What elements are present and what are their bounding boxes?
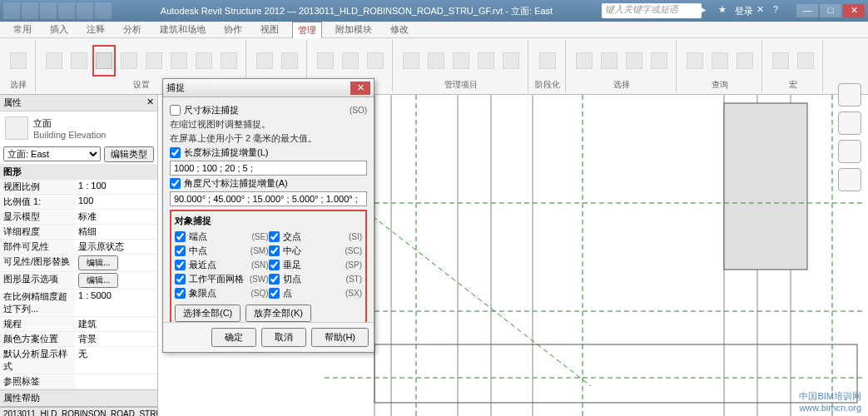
prop-hide-scale[interactable]: 1 : 5000: [75, 290, 157, 316]
qat-open-icon[interactable]: [22, 2, 38, 19]
window-close-button[interactable]: ✕: [843, 4, 865, 17]
qat-redo-icon[interactable]: [77, 2, 93, 19]
snap-tangent-checkbox[interactable]: [269, 274, 280, 285]
window-minimize-button[interactable]: —: [796, 4, 818, 17]
prop-view-scale[interactable]: 1 : 100: [75, 180, 157, 194]
project-params-button[interactable]: [142, 45, 166, 77]
design-options-button[interactable]: [314, 45, 337, 77]
project-info-button[interactable]: [117, 45, 141, 77]
window-maximize-button[interactable]: □: [820, 4, 841, 17]
warnings-button[interactable]: [733, 45, 756, 77]
transfer-standards-button[interactable]: [217, 45, 241, 77]
prop-ref-label[interactable]: [75, 374, 157, 389]
properties-help-link[interactable]: 属性帮助: [0, 389, 157, 406]
help-search-input[interactable]: 键入关键字或短语: [602, 3, 702, 18]
tab-annotate[interactable]: 注释: [82, 22, 110, 37]
tab-site[interactable]: 建筑和场地: [155, 22, 211, 37]
snap-intersection-checkbox[interactable]: [269, 231, 280, 242]
nav-wheel-icon[interactable]: [838, 111, 861, 135]
ids-button[interactable]: [647, 45, 671, 77]
prop-scale-value[interactable]: 100: [75, 195, 157, 209]
edit-type-button[interactable]: 编辑类型: [104, 146, 154, 162]
angle-snap-input[interactable]: [170, 191, 367, 206]
prop-color-scheme[interactable]: 背景: [75, 332, 157, 346]
qat-undo-icon[interactable]: [58, 2, 75, 19]
prop-discipline[interactable]: 建筑: [75, 317, 157, 331]
dialog-help-button[interactable]: 帮助(H): [311, 328, 369, 347]
title-bar: Autodesk Revit Structure 2012 — 2013011_…: [0, 0, 868, 22]
tab-view[interactable]: 视图: [255, 22, 284, 37]
dialog-title: 捕捉: [166, 82, 350, 94]
snap-center-checkbox[interactable]: [269, 245, 280, 256]
save-selection-button[interactable]: [573, 45, 596, 77]
purge-button[interactable]: [499, 45, 523, 77]
project-units-button[interactable]: [167, 45, 191, 77]
tab-insert[interactable]: 插入: [45, 22, 73, 37]
tab-addins[interactable]: 附加模块: [330, 22, 377, 37]
main-model-button[interactable]: [339, 45, 362, 77]
snap-off-checkbox[interactable]: [170, 105, 181, 116]
snaps-button[interactable]: [92, 45, 116, 77]
coordinates-button[interactable]: [278, 45, 301, 77]
properties-close-icon[interactable]: ✕: [146, 97, 154, 109]
length-snap-input[interactable]: [170, 161, 367, 176]
snap-midpoint-checkbox[interactable]: [175, 245, 186, 256]
qat-app-icon[interactable]: [3, 2, 20, 19]
ribbon-group-select: 选择: [2, 40, 36, 92]
tab-home[interactable]: 常用: [8, 22, 37, 37]
shared-params-button[interactable]: [192, 45, 216, 77]
modify-button[interactable]: [7, 45, 30, 77]
help-icon[interactable]: ?: [773, 4, 786, 17]
prop-analysis-style[interactable]: 无: [75, 347, 157, 374]
subscription-icon[interactable]: ▸: [702, 4, 715, 17]
qat-save-icon[interactable]: [40, 2, 57, 19]
watermark: 中国BIM培训网 www.bimcn.org: [799, 390, 861, 413]
exchange-icon[interactable]: ✕: [756, 4, 770, 17]
snap-nearest-checkbox[interactable]: [175, 260, 186, 270]
prop-graphic-display-edit-button[interactable]: 编辑...: [78, 273, 118, 288]
add-to-set-button[interactable]: [364, 45, 387, 77]
prop-display-model[interactable]: 标准: [75, 210, 157, 224]
prop-detail-level[interactable]: 精细: [75, 225, 157, 239]
select-all-button[interactable]: 选择全部(C): [175, 305, 241, 322]
length-snap-checkbox[interactable]: [170, 147, 181, 158]
object-styles-button[interactable]: [67, 45, 91, 77]
login-label[interactable]: 登录: [735, 5, 753, 17]
macro-security-button[interactable]: [794, 45, 817, 77]
select-by-id-button[interactable]: [708, 45, 732, 77]
nav-zoom-icon[interactable]: [838, 168, 861, 191]
snap-perp-checkbox[interactable]: [269, 260, 280, 270]
manage-images-button[interactable]: [424, 45, 448, 77]
snap-point-checkbox[interactable]: [269, 288, 280, 299]
snap-workplane-checkbox[interactable]: [175, 274, 186, 285]
qat-print-icon[interactable]: [95, 2, 112, 19]
load-selection-button[interactable]: [598, 45, 621, 77]
tab-manage[interactable]: 管理: [292, 22, 322, 38]
starting-view-button[interactable]: [474, 45, 498, 77]
dialog-cancel-button[interactable]: 取消: [261, 328, 306, 347]
decal-types-button[interactable]: [449, 45, 473, 77]
prop-visibility-edit-button[interactable]: 编辑...: [78, 255, 118, 270]
tab-modify[interactable]: 修改: [385, 22, 414, 37]
edit-selection-button[interactable]: [622, 45, 646, 77]
type-subname: Building Elevation: [33, 130, 106, 140]
view-selector-dropdown[interactable]: 立面: East: [3, 146, 101, 161]
angle-snap-checkbox[interactable]: [170, 178, 181, 189]
phases-button[interactable]: [536, 45, 559, 77]
snap-quadrant-checkbox[interactable]: [175, 288, 186, 299]
nav-home-icon[interactable]: [838, 83, 861, 106]
tab-collaborate[interactable]: 协作: [219, 22, 247, 37]
materials-button[interactable]: [42, 45, 66, 77]
location-button[interactable]: [253, 45, 276, 77]
prop-parts-visibility[interactable]: 显示原状态: [75, 240, 157, 254]
manage-links-button[interactable]: [399, 45, 423, 77]
dialog-ok-button[interactable]: 确定: [211, 328, 256, 347]
tab-analyze[interactable]: 分析: [118, 22, 146, 37]
nav-pan-icon[interactable]: [838, 140, 861, 163]
ids-of-selection-button[interactable]: [683, 45, 707, 77]
macro-manager-button[interactable]: [769, 45, 792, 77]
deselect-all-button[interactable]: 放弃全部(K): [246, 305, 311, 322]
favorite-icon[interactable]: ★: [718, 4, 732, 17]
snap-endpoint-checkbox[interactable]: [175, 231, 186, 242]
dialog-close-button[interactable]: ✕: [350, 82, 370, 95]
